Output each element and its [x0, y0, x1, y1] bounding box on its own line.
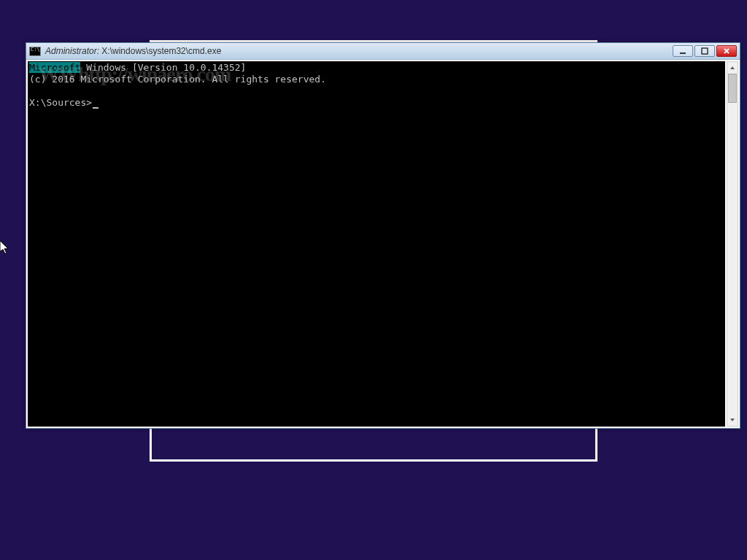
- scroll-thumb[interactable]: [728, 74, 737, 103]
- console-text: (c) 2016 Microsoft Corporation. All righ…: [29, 74, 326, 85]
- console-output[interactable]: Microsoft Windows [Version 10.0.14352] (…: [28, 61, 725, 427]
- cmd-window: Administrator: X:\windows\system32\cmd.e…: [26, 42, 740, 429]
- chevron-down-icon: [729, 417, 735, 423]
- console-text: Windows [Version 10.0.14352]: [80, 62, 246, 73]
- window-controls: [673, 45, 737, 57]
- mouse-cursor: [0, 241, 10, 255]
- selected-text: Microsoft: [29, 62, 80, 73]
- close-button[interactable]: [716, 45, 737, 57]
- chevron-up-icon: [729, 65, 735, 71]
- scroll-down-button[interactable]: [727, 414, 738, 426]
- scroll-track[interactable]: [727, 74, 738, 414]
- svg-rect-1: [702, 48, 708, 54]
- maximize-icon: [701, 47, 708, 55]
- minimize-button[interactable]: [673, 45, 693, 57]
- minimize-icon: [679, 47, 686, 55]
- vertical-scrollbar[interactable]: [727, 61, 738, 427]
- cmd-icon: [29, 47, 41, 56]
- svg-rect-0: [680, 52, 686, 54]
- titlebar[interactable]: Administrator: X:\windows\system32\cmd.e…: [26, 43, 740, 60]
- text-cursor: [93, 107, 98, 109]
- scroll-up-button[interactable]: [727, 62, 738, 74]
- window-title: Administrator: X:\windows\system32\cmd.e…: [45, 46, 673, 56]
- maximize-button[interactable]: [694, 45, 715, 57]
- close-icon: [723, 47, 730, 55]
- console-prompt: X:\Sources>: [29, 97, 92, 108]
- console-area: Microsoft Windows [Version 10.0.14352] (…: [26, 60, 740, 428]
